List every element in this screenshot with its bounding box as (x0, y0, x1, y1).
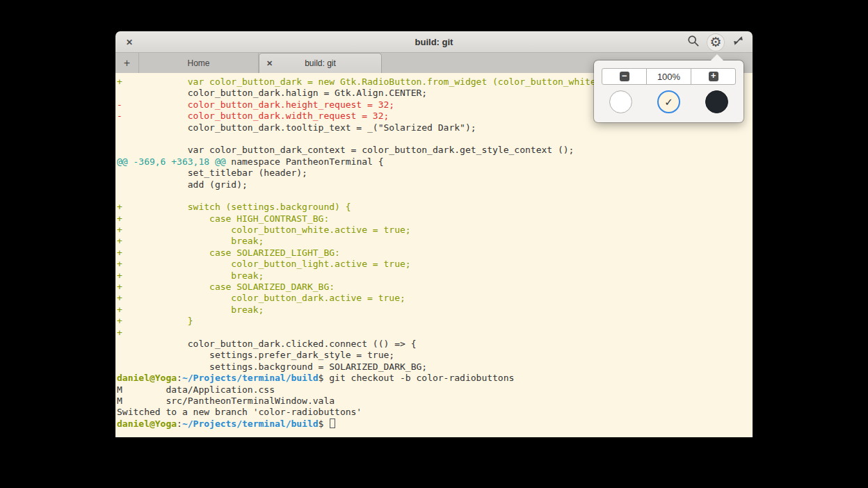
theme-selector: ✓ (594, 90, 744, 113)
headerbar: ✕ build: git ⚙ (115, 31, 753, 53)
zoom-out-icon: − (620, 72, 629, 81)
window-title: build: git (115, 37, 753, 47)
search-button[interactable] (684, 33, 702, 51)
zoom-in-button[interactable]: + (691, 69, 735, 84)
terminal-line: M src/PantheonTerminalWindow.vala (117, 396, 753, 407)
settings-popover: − 100% + ✓ (594, 60, 744, 122)
terminal-cursor (330, 418, 335, 428)
tab-home-label: Home (187, 58, 209, 68)
terminal-line: color_button_dark.tooltip_text = _("Sola… (117, 122, 753, 133)
new-tab-button[interactable]: + (115, 53, 139, 73)
terminal-line: + (117, 327, 753, 339)
theme-radio-dark[interactable] (705, 90, 728, 113)
terminal-line (117, 133, 753, 145)
zoom-in-icon: + (709, 72, 718, 81)
zoom-out-button[interactable]: − (602, 69, 646, 84)
tab-close-button[interactable]: ✕ (266, 54, 273, 73)
terminal-line: set_titlebar (header); (117, 168, 753, 179)
fullscreen-button[interactable] (729, 33, 747, 51)
terminal-line: @@ -369,6 +363,18 @@ namespace PantheonT… (117, 156, 753, 168)
zoom-control: − 100% + (602, 68, 736, 85)
terminal-line: + break; (117, 304, 753, 316)
terminal-line: + case SOLARIZED_LIGHT_BG: (117, 247, 753, 259)
terminal-line: + break; (117, 270, 753, 282)
checkmark-icon: ✓ (664, 96, 673, 108)
terminal-line: + break; (117, 236, 753, 247)
settings-button[interactable]: ⚙ (707, 33, 725, 51)
terminal-line: var color_button_dark_context = color_bu… (117, 145, 753, 156)
terminal-line: color_button_dark.clicked.connect (() =>… (117, 339, 753, 350)
terminal-line: settings.background = SOLARIZED_DARK_BG; (117, 361, 753, 373)
terminal-line: add (grid); (117, 179, 753, 190)
terminal-line: + case SOLARIZED_DARK_BG: (117, 282, 753, 293)
terminal-output[interactable]: + var color_button_dark = new Gtk.RadioB… (115, 73, 753, 437)
terminal-line: Switched to a new branch 'color-radiobut… (117, 407, 753, 418)
terminal-line (117, 190, 753, 202)
tab-home[interactable]: Home (139, 53, 259, 73)
tab-build-git-label: build: git (305, 58, 336, 68)
terminal-line: + color_button_dark.active = true; (117, 293, 753, 304)
close-icon: ✕ (266, 59, 273, 68)
headerbar-actions: ⚙ (684, 31, 747, 53)
terminal-line: + } (117, 316, 753, 327)
theme-radio-white[interactable] (609, 90, 632, 113)
terminal-line: daniel@Yoga:~/Projects/terminal/build$ (117, 418, 753, 430)
terminal-line: M data/Application.css (117, 384, 753, 396)
search-icon (687, 35, 700, 50)
popover-arrow (711, 54, 723, 60)
fullscreen-expand-icon (732, 35, 744, 49)
terminal-line: + color_button_light.active = true; (117, 259, 753, 270)
desktop-background: ✕ build: git ⚙ (0, 0, 868, 488)
zoom-level-label: 100% (657, 72, 680, 82)
terminal-line: + case HIGH_CONTRAST_BG: (117, 213, 753, 225)
terminal-line: daniel@Yoga:~/Projects/terminal/build$ g… (117, 373, 753, 384)
terminal-line: + switch (settings.background) { (117, 202, 753, 213)
tab-build-git[interactable]: ✕ build: git (259, 53, 382, 73)
terminal-line: settings.prefer_dark_style = true; (117, 350, 753, 361)
theme-radio-light[interactable]: ✓ (657, 90, 680, 113)
gear-icon: ⚙ (709, 35, 721, 49)
terminal-line: + color_button_white.active = true; (117, 225, 753, 236)
zoom-level[interactable]: 100% (646, 69, 691, 84)
plus-icon: + (124, 57, 130, 70)
